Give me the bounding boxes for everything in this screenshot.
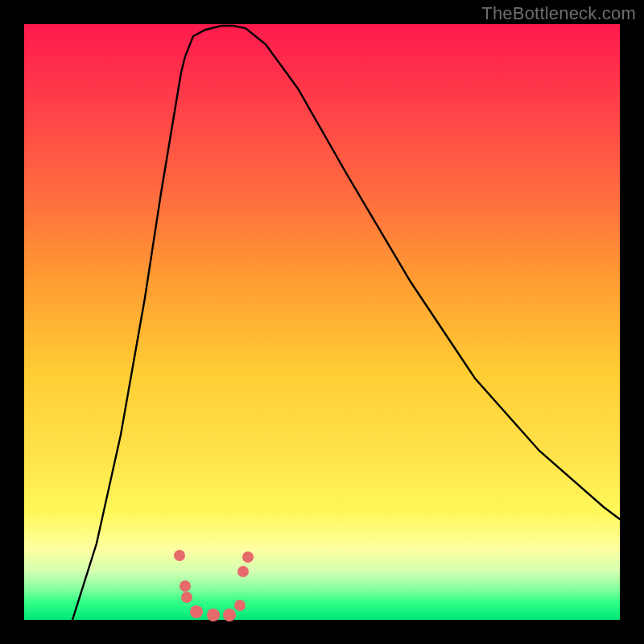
data-point <box>174 550 185 561</box>
data-point-markers <box>174 550 254 621</box>
data-point <box>234 600 246 611</box>
data-point <box>223 609 236 621</box>
data-point <box>190 605 203 618</box>
data-point <box>207 609 220 621</box>
watermark-text: TheBottleneck.com <box>481 3 636 24</box>
data-point <box>181 592 192 603</box>
chart-svg <box>24 24 620 620</box>
bottleneck-curve <box>72 26 620 620</box>
data-point <box>180 580 191 592</box>
chart-plot-area <box>24 24 620 620</box>
chart-frame: TheBottleneck.com <box>0 0 644 644</box>
data-point <box>242 551 254 563</box>
data-point <box>237 566 249 577</box>
